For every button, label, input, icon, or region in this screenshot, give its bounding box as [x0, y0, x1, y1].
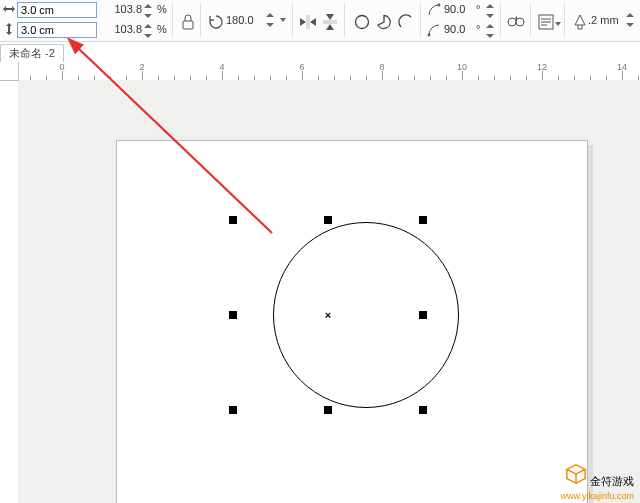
rotation-dropdown[interactable]: [280, 18, 286, 22]
scale-y-unit: %: [157, 23, 167, 35]
outline-width-spinner[interactable]: [626, 12, 636, 28]
rotate-icon: [206, 12, 226, 32]
width-icon: [2, 2, 16, 16]
scale-x-input[interactable]: 103.8: [108, 3, 142, 15]
ellipse-shape-icon[interactable]: [352, 12, 372, 32]
drawing-canvas[interactable]: ×: [18, 80, 640, 503]
svg-point-4: [508, 18, 516, 26]
scale-y-spinner[interactable]: [144, 23, 154, 39]
start-angle-icon: [426, 2, 442, 18]
selection-handle-s[interactable]: [324, 406, 332, 414]
ruler-origin[interactable]: [0, 62, 19, 81]
start-angle-spinner[interactable]: [486, 3, 496, 19]
end-angle-spinner[interactable]: [486, 23, 496, 39]
document-tab[interactable]: 未命名 -2: [0, 44, 64, 63]
pie-shape-icon[interactable]: [374, 12, 394, 32]
svg-point-5: [516, 18, 524, 26]
end-angle-input[interactable]: 90.0: [444, 23, 474, 35]
toolbar-separator: [420, 3, 421, 37]
toolbar-separator: [292, 3, 293, 37]
ruler-number: 14: [617, 62, 627, 72]
ruler-number: 8: [379, 62, 384, 72]
svg-point-1: [356, 16, 369, 29]
toolbar-separator: [564, 3, 565, 37]
horizontal-ruler[interactable]: 02468101214: [0, 62, 640, 81]
watermark-brand: 金符游戏: [590, 475, 634, 487]
svg-point-3: [428, 34, 431, 37]
object-height-input[interactable]: 3.0 cm: [17, 22, 97, 38]
outline-width-icon: [570, 12, 590, 32]
start-angle-unit: °: [476, 3, 480, 15]
scale-x-spinner[interactable]: [144, 3, 154, 19]
selection-handle-se[interactable]: [419, 406, 427, 414]
object-width-input[interactable]: 3.0 cm: [17, 2, 97, 18]
selection-handle-e[interactable]: [419, 311, 427, 319]
scale-y-input[interactable]: 103.8: [108, 23, 142, 35]
watermark: 金符游戏: [565, 463, 634, 489]
toolbar-separator: [344, 3, 345, 37]
mirror-vertical-icon[interactable]: [320, 12, 340, 32]
ruler-number: 12: [537, 62, 547, 72]
toolbar-separator: [500, 3, 501, 37]
swap-direction-icon[interactable]: [506, 12, 526, 32]
selected-ellipse[interactable]: [273, 222, 459, 408]
selection-handle-w[interactable]: [229, 311, 237, 319]
scale-x-unit: %: [157, 3, 167, 15]
vertical-ruler[interactable]: [0, 80, 19, 503]
ruler-number: 2: [139, 62, 144, 72]
ruler-number: 6: [299, 62, 304, 72]
wrap-text-icon[interactable]: [536, 12, 556, 32]
mirror-horizontal-icon[interactable]: [298, 12, 318, 32]
ruler-number: 10: [457, 62, 467, 72]
svg-point-2: [438, 4, 441, 7]
outline-width-input[interactable]: .2 mm: [588, 14, 626, 26]
selection-handle-sw[interactable]: [229, 406, 237, 414]
toolbar-separator: [200, 3, 201, 37]
selection-handle-nw[interactable]: [229, 216, 237, 224]
lock-ratio-icon[interactable]: [178, 12, 198, 32]
ruler-number: 4: [219, 62, 224, 72]
cube-icon: [565, 475, 590, 487]
selection-handle-ne[interactable]: [419, 216, 427, 224]
height-icon: [2, 22, 16, 36]
wrap-text-dropdown[interactable]: [555, 22, 561, 26]
toolbar-separator: [172, 3, 173, 37]
ruler-number: 0: [59, 62, 64, 72]
selection-center-mark[interactable]: ×: [325, 309, 331, 321]
property-toolbar: 3.0 cm 3.0 cm 103.8 103.8 % % 180.0: [0, 0, 640, 42]
selection-handle-n[interactable]: [324, 216, 332, 224]
document-tabstrip: 未命名 -2: [0, 42, 640, 63]
start-angle-input[interactable]: 90.0: [444, 3, 474, 15]
watermark-url: www.yikajinfu.com: [560, 491, 634, 501]
end-angle-unit: °: [476, 23, 480, 35]
svg-rect-0: [183, 21, 193, 29]
rotation-spinner[interactable]: [266, 12, 276, 28]
end-angle-icon: [426, 22, 442, 38]
toolbar-separator: [530, 3, 531, 37]
rotation-input[interactable]: 180.0: [226, 14, 266, 26]
arc-shape-icon[interactable]: [396, 12, 416, 32]
